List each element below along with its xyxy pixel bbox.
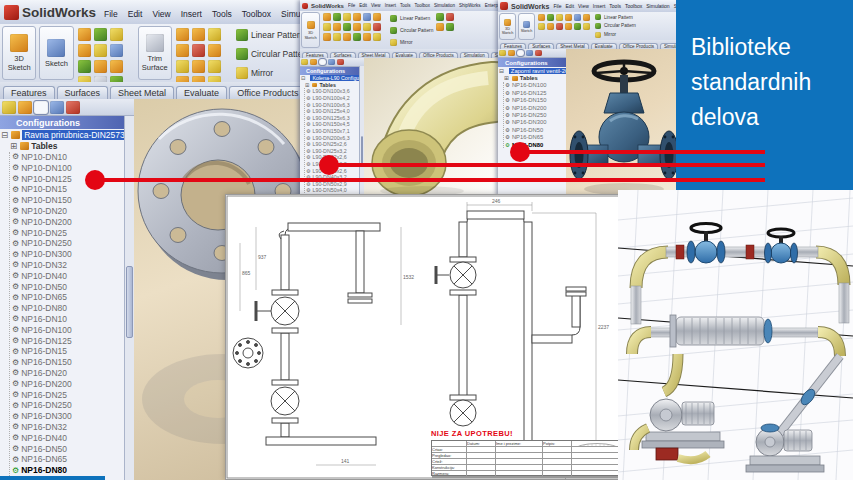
toolbar-icon[interactable] <box>446 23 454 31</box>
menu-item[interactable]: View <box>152 9 170 19</box>
toolbar-icon[interactable] <box>556 23 563 30</box>
configuration-item[interactable]: ⚙ L90-DN200x6,3 <box>306 134 364 141</box>
menu-item[interactable]: Tools <box>609 3 621 9</box>
tree-root-item[interactable]: ⊟ Ravna prirubnica-DIN2573 <box>0 130 134 141</box>
featuremanager-tab-icon[interactable] <box>499 50 506 56</box>
menu-item[interactable]: Tools <box>400 3 411 8</box>
configuration-item[interactable]: ⚙ NP10-DN50 <box>12 281 134 292</box>
collapse-icon[interactable]: ⊟ <box>301 75 305 81</box>
toolbar-icon[interactable] <box>353 33 361 41</box>
configuration-item[interactable]: ⚙ NP16-DN20 <box>12 368 134 379</box>
configuration-item[interactable]: ⚙ NP10-DN200 <box>12 216 134 227</box>
configuration-item[interactable]: ⚙ L90-DN100x3,6 <box>306 88 364 95</box>
collapse-icon[interactable]: ⊟ <box>499 68 504 74</box>
toolbar-icon[interactable] <box>110 60 123 73</box>
configuration-item[interactable]: ⚙ NP10-DN15 <box>12 184 134 195</box>
tree-root-item[interactable]: ⊟ Zaporni ravni ventil-260LK <box>498 67 566 74</box>
configuration-item[interactable]: ⚙ L90-DN150x7,1 <box>306 128 364 135</box>
toolbar-icon[interactable] <box>323 23 331 31</box>
commandmanager-tab[interactable]: Evaluate <box>176 86 227 99</box>
configuration-item[interactable]: ⚙ NP16-DN50 <box>12 443 134 454</box>
toolbar-icon[interactable] <box>94 60 107 73</box>
configuration-item[interactable]: ⚙ NP10-DN250 <box>12 238 134 249</box>
linear-pattern-button[interactable]: Linear Pattern <box>390 15 433 22</box>
tree-root-item[interactable]: ⊟ Kolena-L90 Configurati <box>300 75 364 82</box>
toolbar-icon[interactable] <box>94 28 107 41</box>
configuration-item[interactable]: ⚙ L90-DN100x6,3 <box>306 101 364 108</box>
tree-tables-item[interactable]: ⊞ Tables <box>503 74 566 81</box>
tree-tables-item[interactable]: ⊞ Tables <box>304 82 364 89</box>
toolbar-icon[interactable] <box>192 60 205 73</box>
toolbar-icon[interactable] <box>373 33 381 41</box>
toolbar-icon[interactable] <box>547 14 554 21</box>
expand-icon[interactable]: ⊞ <box>305 82 309 88</box>
linear-pattern-button[interactable]: Linear Pattern <box>595 14 636 20</box>
menu-item[interactable]: View <box>578 3 589 9</box>
toolbar-icon[interactable] <box>436 13 444 21</box>
configuration-item[interactable]: ⚙ NP16-DN100 <box>505 82 566 89</box>
toolbar-icon[interactable] <box>208 28 221 41</box>
dimxpert-tab-icon[interactable] <box>50 101 64 114</box>
displaymanager-tab-icon[interactable] <box>337 59 344 65</box>
expand-icon[interactable]: ⊞ <box>10 141 17 151</box>
toolbar-icon[interactable] <box>583 23 590 30</box>
toolbar-icon[interactable] <box>333 33 341 41</box>
configuration-item[interactable]: ⚙ NP16-DN200 <box>12 378 134 389</box>
configuration-item[interactable]: ⚙ NP16-DN250 <box>505 111 566 118</box>
toolbar-icon[interactable] <box>176 28 189 41</box>
toolbar-icon[interactable] <box>583 14 590 21</box>
mirror-button[interactable]: Mirror <box>236 67 310 79</box>
menu-item[interactable]: File <box>348 3 355 8</box>
toolbar-icon[interactable] <box>373 23 381 31</box>
tree-tables-item[interactable]: ⊞ Tables <box>9 141 134 152</box>
circular-pattern-button[interactable]: Circular Pattern <box>390 27 433 34</box>
configuration-item[interactable]: ⚙ NP16-DN300 <box>505 119 566 126</box>
configuration-item[interactable]: ⚙ NP16-DN300 <box>12 411 134 422</box>
configuration-item[interactable]: ⚙ NP10-DN150 <box>12 195 134 206</box>
configuration-item[interactable]: ⚙ L90-DN25x2,6 <box>306 141 364 148</box>
toolbar-icon[interactable] <box>323 33 331 41</box>
mirror-button[interactable]: Mirror <box>390 39 433 46</box>
toolbar-icon[interactable] <box>373 13 381 21</box>
scrollbar-thumb[interactable] <box>361 136 363 164</box>
configuration-item[interactable]: ⚙ NP10-DN32 <box>12 260 134 271</box>
toolbar-icon[interactable] <box>363 23 371 31</box>
configuration-item[interactable]: ⚙ L90-DN50x4,0 <box>306 187 364 194</box>
toolbar-icon[interactable] <box>333 13 341 21</box>
configuration-item[interactable]: ⚙ NP10-DN65 <box>12 292 134 303</box>
menu-item[interactable]: ShipWorks <box>459 3 481 8</box>
toolbar-icon[interactable] <box>363 13 371 21</box>
tree-scrollbar[interactable] <box>124 116 134 480</box>
linear-pattern-button[interactable]: Linear Pattern <box>236 29 310 41</box>
toolbar-icon[interactable] <box>78 44 91 57</box>
propertymanager-tab-icon[interactable] <box>310 59 317 65</box>
mirror-button[interactable]: Mirror <box>595 32 636 38</box>
configuration-item[interactable]: ⚙ L90-DN25x3,2 <box>306 148 364 155</box>
toolbar-icon[interactable] <box>363 33 371 41</box>
configuration-item[interactable]: ⚙ NP10-DN25 <box>12 227 134 238</box>
dimxpert-tab-icon[interactable] <box>526 50 533 56</box>
configuration-item[interactable]: ⚙ NP16-DN65 <box>505 134 566 141</box>
propertymanager-tab-icon[interactable] <box>508 50 515 56</box>
toolbar-icon[interactable] <box>78 28 91 41</box>
elbow-3d-viewport[interactable] <box>364 58 506 196</box>
configuration-item[interactable]: ⚙ NP16-DN80 <box>12 465 134 476</box>
configuration-item[interactable]: ⚙ NP10-DN10 <box>12 152 134 163</box>
toolbar-icon[interactable] <box>538 14 545 21</box>
configuration-item[interactable]: ⚙ NP16-DN125 <box>505 89 566 96</box>
toolbar-icon[interactable] <box>565 23 572 30</box>
toolbar-icon[interactable] <box>208 44 221 57</box>
menu-item[interactable]: Insert <box>593 3 606 9</box>
toolbar-icon[interactable] <box>192 44 205 57</box>
menu-item[interactable]: View <box>371 3 381 8</box>
toolbar-icon[interactable] <box>333 23 341 31</box>
menu-item[interactable]: Toolbox <box>414 3 430 8</box>
3d-sketch-button[interactable]: 3D Sketch <box>499 13 516 40</box>
configuration-item[interactable]: ⚙ NP16-DN125 <box>12 335 134 346</box>
displaymanager-tab-icon[interactable] <box>535 50 542 56</box>
toolbar-icon[interactable] <box>538 23 545 30</box>
configuration-item[interactable]: ⚙ L90-DN125x4,0 <box>306 108 364 115</box>
configurationmanager-tab-icon[interactable] <box>34 101 48 114</box>
toolbar-icon[interactable] <box>78 60 91 73</box>
sketch-button[interactable]: Sketch <box>39 26 73 80</box>
